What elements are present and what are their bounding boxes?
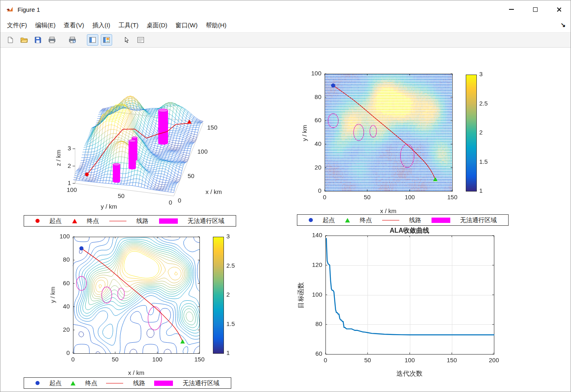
dock-figure-icon[interactable]: ↘: [560, 21, 566, 29]
route-line-icon: [382, 220, 399, 220]
close-icon: [556, 7, 562, 12]
legend-label: 线路: [409, 216, 421, 224]
minimize-button[interactable]: [500, 0, 523, 18]
legend-label: 终点: [87, 217, 99, 225]
blocked-area-icon: [432, 218, 450, 223]
menu-item-file[interactable]: 文件(F): [3, 20, 31, 31]
legend-label: 无法通行区域: [188, 217, 224, 225]
menu-item-view[interactable]: 查看(V): [60, 20, 88, 31]
menu-item-edit[interactable]: 编辑(E): [31, 20, 60, 31]
window-controls: [500, 0, 571, 18]
matlab-logo-icon: [6, 6, 13, 13]
legend-item-end: 终点: [345, 216, 372, 224]
blocked-area-icon: [159, 218, 178, 224]
menu-item-desktop[interactable]: 桌面(D): [142, 20, 171, 31]
legend-item-blocked: 无法通行区域: [432, 216, 497, 224]
minimize-icon: [509, 9, 514, 10]
start-marker-icon: [309, 218, 313, 222]
menu-item-window[interactable]: 窗口(W): [171, 20, 201, 31]
legend-item-blocked: 无法通行区域: [159, 217, 224, 225]
menubar: 文件(F) 编辑(E) 查看(V) 插入(I) 工具(T) 桌面(D) 窗口(W…: [0, 18, 571, 32]
close-button[interactable]: [547, 0, 571, 18]
legend-item-start: 起点: [309, 216, 335, 224]
menu-item-tools[interactable]: 工具(T): [114, 20, 142, 31]
legend-item-end: 终点: [72, 217, 99, 225]
blocked-area-icon: [154, 381, 173, 386]
legend-label: 线路: [136, 217, 148, 225]
route-line-icon: [106, 383, 123, 383]
legend-label: 起点: [49, 217, 62, 225]
legend-field-plot: 起点 终点 线路 无法通行区域: [297, 214, 509, 226]
legend-label: 无法通行区域: [183, 379, 219, 387]
end-marker-icon: [71, 381, 75, 385]
legend-label: 起点: [323, 216, 335, 224]
legend-label: 终点: [85, 379, 97, 387]
figure-window: Figure 1 文件(F) 编辑(E) 查看(V) 插入(I) 工具(T) 桌…: [0, 0, 571, 392]
legend-item-end: 终点: [71, 379, 97, 387]
legend-item-start: 起点: [35, 217, 62, 225]
legend-item-route: 线路: [109, 217, 148, 225]
maximize-icon: [533, 7, 538, 12]
legend-item-route: 线路: [106, 379, 145, 387]
window-title: Figure 1: [18, 6, 40, 13]
legend-3d-plot: 起点 终点 线路 无法通行区域: [24, 215, 236, 227]
legend-label: 线路: [133, 379, 145, 387]
legend-label: 起点: [49, 379, 62, 387]
start-marker-icon: [35, 219, 40, 223]
end-marker-icon: [345, 218, 350, 222]
menu-item-insert[interactable]: 插入(I): [88, 20, 114, 31]
route-line-icon: [109, 221, 126, 221]
maximize-button[interactable]: [523, 0, 547, 18]
menu-item-help[interactable]: 帮助(H): [201, 20, 230, 31]
legend-item-route: 线路: [382, 216, 421, 224]
end-marker-icon: [72, 219, 77, 223]
titlebar: Figure 1: [0, 0, 571, 18]
legend-item-blocked: 无法通行区域: [154, 379, 219, 387]
start-marker-icon: [35, 381, 40, 385]
legend-item-start: 起点: [35, 379, 62, 387]
figure-plots-canvas[interactable]: [0, 0, 571, 392]
legend-label: 无法通行区域: [460, 216, 497, 224]
legend-label: 终点: [360, 216, 372, 224]
legend-contour-plot: 起点 终点 线路 无法通行区域: [24, 377, 231, 389]
